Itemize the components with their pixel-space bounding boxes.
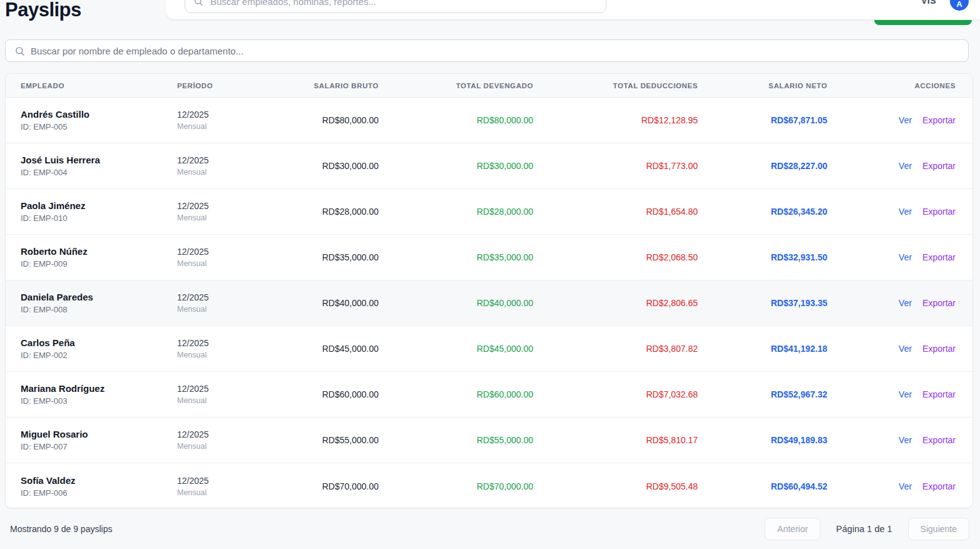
- next-page-button[interactable]: Siguiente: [908, 518, 969, 540]
- period-frequency: Mensual: [177, 351, 268, 359]
- user-avatar[interactable]: A: [950, 0, 969, 11]
- col-header-empleado: EMPLEADO: [6, 82, 162, 90]
- gross-salary: RD$30,000.00: [268, 161, 381, 171]
- period-value: 12/2025: [177, 201, 268, 211]
- table-row[interactable]: Carlos Peña ID: EMP-002 12/2025 Mensual …: [6, 326, 972, 372]
- net-salary: RD$67,871.05: [700, 115, 830, 125]
- payslip-filter-search[interactable]: [5, 39, 969, 62]
- employee-name: Miguel Rosario: [21, 429, 162, 439]
- period-frequency: Mensual: [177, 259, 268, 268]
- employee-name: Mariana Rodríguez: [21, 383, 162, 394]
- period-value: 12/2025: [177, 338, 268, 348]
- gross-salary: RD$60,000.00: [268, 389, 381, 399]
- table-row[interactable]: Daniela Paredes ID: EMP-008 12/2025 Mens…: [6, 280, 972, 326]
- total-deductions: RD$12,128.95: [536, 115, 700, 125]
- total-earned: RD$60,000.00: [381, 389, 536, 399]
- gross-salary: RD$70,000.00: [268, 481, 381, 491]
- view-link[interactable]: Ver: [899, 298, 912, 308]
- view-link[interactable]: Ver: [899, 161, 912, 171]
- table-row[interactable]: José Luis Herrera ID: EMP-004 12/2025 Me…: [6, 143, 972, 189]
- period-frequency: Mensual: [177, 213, 268, 222]
- total-deductions: RD$1,773.00: [536, 161, 700, 171]
- export-link[interactable]: Exportar: [922, 207, 956, 217]
- period-value: 12/2025: [177, 110, 268, 120]
- gross-salary: RD$80,000.00: [268, 115, 381, 125]
- period-frequency: Mensual: [177, 488, 268, 497]
- table-footer: Mostrando 9 de 9 payslips Anterior Págin…: [5, 508, 975, 549]
- net-salary: RD$60,494.52: [700, 481, 830, 491]
- page-indicator: Página 1 de 1: [836, 524, 892, 534]
- view-link[interactable]: Ver: [899, 252, 912, 262]
- search-icon: [193, 0, 203, 6]
- view-link[interactable]: Ver: [899, 389, 912, 399]
- employee-name: Daniela Paredes: [21, 292, 162, 302]
- export-link[interactable]: Exportar: [922, 389, 956, 399]
- view-link[interactable]: Ver: [899, 115, 912, 125]
- table-row[interactable]: Andrés Castillo ID: EMP-005 12/2025 Mens…: [6, 98, 972, 143]
- pagination: Anterior Página 1 de 1 Siguiente: [765, 518, 969, 540]
- table-row[interactable]: Paola Jiménez ID: EMP-010 12/2025 Mensua…: [6, 189, 972, 235]
- table-header-row: EMPLEADO PERÍODO SALARIO BRUTO TOTAL DEV…: [6, 74, 972, 98]
- global-search[interactable]: [185, 0, 606, 13]
- total-deductions: RD$7,032.68: [536, 389, 700, 399]
- total-earned: RD$28,000.00: [381, 207, 536, 217]
- view-link[interactable]: Ver: [899, 344, 912, 354]
- total-earned: RD$80,000.00: [381, 115, 536, 125]
- period-value: 12/2025: [177, 384, 268, 394]
- export-link[interactable]: Exportar: [922, 252, 956, 262]
- col-header-total-devengado: TOTAL DEVENGADO: [381, 82, 536, 90]
- period-frequency: Mensual: [177, 305, 268, 314]
- table-row[interactable]: Mariana Rodríguez ID: EMP-003 12/2025 Me…: [6, 372, 972, 418]
- employee-id: ID: EMP-002: [21, 351, 162, 360]
- total-earned: RD$40,000.00: [381, 298, 536, 308]
- net-salary: RD$37,193.35: [700, 298, 830, 308]
- employee-id: ID: EMP-008: [21, 305, 162, 314]
- col-header-acciones: ACCIONES: [830, 82, 972, 90]
- global-search-input[interactable]: [210, 0, 606, 13]
- col-header-periodo: PERÍODO: [162, 82, 268, 90]
- total-earned: RD$45,000.00: [381, 344, 536, 354]
- net-salary: RD$28,227.00: [700, 161, 830, 171]
- view-link[interactable]: Ver: [899, 481, 912, 491]
- export-link[interactable]: Exportar: [922, 298, 956, 308]
- employee-name: Paola Jiménez: [21, 200, 162, 211]
- table-row[interactable]: Sofía Valdez ID: EMP-006 12/2025 Mensual…: [6, 463, 972, 508]
- gross-salary: RD$35,000.00: [268, 252, 381, 262]
- results-summary: Mostrando 9 de 9 payslips: [10, 524, 112, 534]
- period-value: 12/2025: [177, 247, 268, 257]
- employee-id: ID: EMP-006: [21, 488, 162, 498]
- export-link[interactable]: Exportar: [922, 115, 956, 125]
- top-app-bar: VIS A: [166, 0, 980, 20]
- topbar-nav-text[interactable]: VIS: [921, 0, 936, 6]
- employee-name: Roberto Núñez: [21, 246, 162, 257]
- export-link[interactable]: Exportar: [922, 435, 956, 445]
- employee-id: ID: EMP-009: [21, 259, 162, 269]
- period-value: 12/2025: [177, 476, 268, 486]
- employee-id: ID: EMP-005: [21, 122, 162, 131]
- table-row[interactable]: Roberto Núñez ID: EMP-009 12/2025 Mensua…: [6, 235, 972, 280]
- payslips-table: EMPLEADO PERÍODO SALARIO BRUTO TOTAL DEV…: [5, 73, 973, 508]
- export-link[interactable]: Exportar: [922, 161, 956, 171]
- view-link[interactable]: Ver: [899, 435, 912, 445]
- total-earned: RD$30,000.00: [381, 161, 536, 171]
- total-deductions: RD$5,810.17: [536, 435, 700, 445]
- period-frequency: Mensual: [177, 168, 268, 177]
- col-header-salario-neto: SALARIO NETO: [700, 82, 830, 90]
- previous-page-button[interactable]: Anterior: [765, 518, 820, 540]
- search-icon: [14, 46, 25, 56]
- employee-id: ID: EMP-007: [21, 442, 162, 451]
- period-value: 12/2025: [177, 155, 268, 165]
- total-deductions: RD$2,068.50: [536, 252, 700, 262]
- period-value: 12/2025: [177, 429, 268, 439]
- payslip-filter-input[interactable]: [31, 40, 968, 61]
- net-salary: RD$26,345.20: [700, 207, 830, 217]
- total-deductions: RD$3,807.82: [536, 344, 700, 354]
- export-link[interactable]: Exportar: [922, 344, 956, 354]
- employee-id: ID: EMP-004: [21, 168, 162, 177]
- view-link[interactable]: Ver: [899, 207, 912, 217]
- employee-name: Carlos Peña: [21, 337, 162, 348]
- export-link[interactable]: Exportar: [922, 481, 956, 491]
- table-row[interactable]: Miguel Rosario ID: EMP-007 12/2025 Mensu…: [6, 418, 972, 463]
- col-header-total-deducciones: TOTAL DEDUCCIONES: [536, 82, 700, 90]
- period-value: 12/2025: [177, 292, 268, 302]
